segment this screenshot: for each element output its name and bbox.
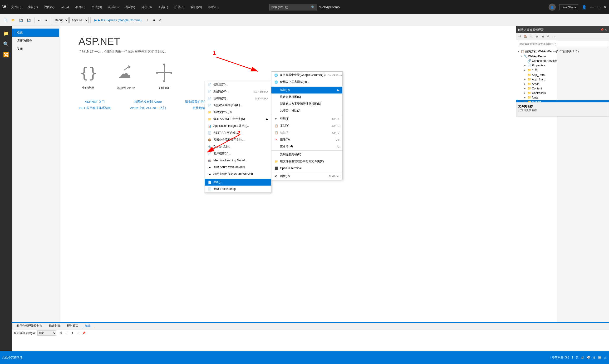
ctx-new-webjob[interactable]: ☁ 新建 Azure WebJob 项目 bbox=[205, 164, 271, 170]
se-content-node[interactable]: ▶ 📁 Content bbox=[516, 86, 609, 91]
se-refs-node[interactable]: ▶ 📁 引用 bbox=[516, 67, 609, 73]
ctx-scaffold[interactable]: 📄 新搭建基架的项目(F)... bbox=[205, 102, 271, 109]
menu-file[interactable]: 文件(F) bbox=[8, 4, 24, 10]
restore-button[interactable]: □ bbox=[597, 5, 600, 10]
platform-select[interactable]: Any CPU bbox=[69, 17, 89, 23]
se-connected-services[interactable]: 🔗 Connected Services bbox=[516, 59, 609, 63]
se-search-input[interactable] bbox=[518, 41, 609, 47]
search-box[interactable]: 搜索 (Ctrl+Q) 🔍 bbox=[269, 4, 317, 11]
activity-git[interactable]: 🔀 bbox=[1, 50, 11, 59]
ctx-rest-api[interactable]: 📄 REST API 客户端... bbox=[205, 130, 271, 136]
se-settings-btn[interactable]: ⚙ bbox=[546, 34, 551, 39]
link-azure-aspnet[interactable]: Azure 上的 ASP.NET 入门 bbox=[130, 106, 166, 110]
ctx-container[interactable]: 📦 容器业务流程程序支持... bbox=[205, 136, 271, 143]
ctx-editorconfig[interactable]: 📄 新建 EditorConfig bbox=[205, 186, 271, 193]
output-source-select[interactable]: 调试 bbox=[37, 330, 56, 336]
menu-debug[interactable]: 调试(D) bbox=[105, 4, 121, 10]
se-appdata-node[interactable]: 📁 App_Data bbox=[516, 73, 609, 77]
se-filter-btn[interactable]: ▽ bbox=[529, 34, 534, 39]
pause-btn[interactable]: ⏸ bbox=[144, 18, 151, 23]
stop-btn[interactable]: ■ bbox=[152, 18, 156, 23]
ctx-view-browser[interactable]: 🌐 在浏览器中查看(Google Chrome)(B) Ctrl+Shift+W bbox=[272, 72, 342, 78]
ctx-add[interactable]: 添加(D) ▶ bbox=[272, 87, 342, 93]
ctx-properties[interactable]: ⚙ 属性(R) Alt+Enter bbox=[272, 173, 342, 180]
ctx-controller[interactable]: 📄 控制器(T)... bbox=[205, 81, 271, 88]
status-source-control[interactable]: ↑ 添加到源代码 bbox=[550, 355, 569, 360]
output-pin-btn[interactable]: 📌 bbox=[81, 330, 86, 336]
output-tab-pkg[interactable]: 程序包管理器控制台 bbox=[14, 323, 45, 329]
ctx-new-folder[interactable]: 📁 新建文件夹(D) bbox=[205, 109, 271, 116]
se-pin-btn[interactable]: 📌 bbox=[600, 28, 604, 31]
se-areas-node[interactable]: ▶ 📁 Areas bbox=[516, 82, 609, 86]
se-fonts-node[interactable]: ▶ 📁 fonts bbox=[516, 95, 609, 100]
se-sync-btn[interactable]: ↺ bbox=[517, 34, 522, 39]
ctx-paste[interactable]: 📋 粘贴(P) Ctrl+V bbox=[272, 129, 342, 136]
save-btn[interactable]: 💾 bbox=[18, 18, 25, 23]
new-file-btn[interactable]: 📄 bbox=[2, 18, 9, 23]
ctx-copy[interactable]: 📋 复制(Y) Ctrl+C bbox=[272, 122, 342, 129]
restart-btn[interactable]: ↺ bbox=[157, 18, 163, 23]
open-btn[interactable]: 📂 bbox=[10, 18, 17, 23]
ctx-scope[interactable]: 限定为此范围(S) bbox=[272, 93, 342, 100]
ctx-app-insights[interactable]: 📊 Application Insights 遥测(I)... bbox=[205, 123, 271, 130]
ctx-browse-with[interactable]: 🌐 使用以下工具浏览(H)... bbox=[272, 78, 342, 85]
run-button[interactable]: ▶ ▶ IIS Express (Google Chrome) bbox=[92, 18, 143, 23]
close-button[interactable]: ✕ bbox=[604, 5, 607, 10]
se-expand-btn[interactable]: ⊞ bbox=[534, 34, 540, 39]
menu-help[interactable]: 帮助(H) bbox=[205, 4, 221, 10]
output-tab-immediate[interactable]: 即时窗口 bbox=[64, 323, 81, 329]
redo-btn[interactable]: ↪ bbox=[43, 18, 49, 23]
ctx-existing-webjob[interactable]: ☁ 将现有项目作为 Azure WebJob bbox=[205, 170, 271, 178]
link-publish-azure[interactable]: 将网站发布到 Azure bbox=[134, 100, 162, 104]
sidebar-item-publish[interactable]: 发布 bbox=[12, 45, 59, 53]
ctx-existing-item[interactable]: 📄 现有项(G)... Shift+Alt+A bbox=[205, 95, 271, 102]
link-architecture[interactable]: .NET 应用程序体系结构 bbox=[78, 106, 111, 110]
ctx-ml-model[interactable]: 🤖 Machine Learning Model... bbox=[205, 157, 271, 164]
activity-explorer[interactable]: 📁 bbox=[1, 28, 11, 38]
menu-build[interactable]: 生成(B) bbox=[89, 4, 105, 10]
output-filter-btn[interactable]: ☰ bbox=[75, 330, 81, 336]
se-close-btn[interactable]: ✕ bbox=[605, 28, 607, 31]
ctx-new-item[interactable]: 📄 新建项(W)... Ctrl+Shift+A bbox=[205, 88, 271, 95]
ctx-open-terminal[interactable]: ⬛ Open in Terminal bbox=[272, 165, 342, 171]
menu-git[interactable]: Git(G) bbox=[58, 4, 72, 10]
ctx-class[interactable]: 📄 类(C)... bbox=[205, 179, 271, 186]
ctx-exclude[interactable]: 从项目中排除(J) bbox=[272, 107, 342, 114]
debug-config-select[interactable]: Debug bbox=[53, 17, 68, 23]
sidebar-item-connected-services[interactable]: 连接的服务 bbox=[12, 37, 59, 45]
menu-test[interactable]: 测试(S) bbox=[122, 4, 138, 10]
ctx-rename[interactable]: 重命名(M) F2 bbox=[272, 143, 342, 150]
menu-window[interactable]: 窗口(W) bbox=[188, 4, 205, 10]
activity-search[interactable]: 🔍 bbox=[1, 39, 11, 49]
menu-extensions[interactable]: 扩展(X) bbox=[171, 4, 187, 10]
undo-btn[interactable]: ↩ bbox=[36, 18, 42, 23]
menu-view[interactable]: 视图(V) bbox=[41, 4, 57, 10]
link-aspnet[interactable]: ASP.NET 入门 bbox=[85, 100, 105, 104]
ctx-cut[interactable]: ✂ 剪切(T) Ctrl+X bbox=[272, 115, 342, 122]
output-wrap-btn[interactable]: ↵ bbox=[64, 330, 69, 336]
se-solution-root[interactable]: ▼ 📋 解决方案 'WebApiDemo'(1 个项目/共 1 个) bbox=[516, 49, 609, 54]
ctx-copy-path[interactable]: 复制完整路径(U) bbox=[272, 151, 342, 158]
se-home-btn[interactable]: 🏠 bbox=[523, 34, 528, 39]
se-appstart-node[interactable]: ▶ 📁 App_Start bbox=[516, 77, 609, 82]
ctx-delete[interactable]: ✕ 删除(D) Del bbox=[272, 136, 342, 143]
menu-project[interactable]: 项目(P) bbox=[72, 4, 88, 10]
minimize-button[interactable]: — bbox=[590, 5, 594, 10]
se-project-node[interactable]: ▼ 🔧 WebApiDemo bbox=[516, 54, 609, 59]
menu-tools[interactable]: 工具(T) bbox=[155, 4, 171, 10]
se-properties-btn[interactable]: ≡ bbox=[551, 34, 557, 39]
ctx-open-in-explorer[interactable]: 📁 在文件资源管理器中打开文件夹(X) bbox=[272, 158, 342, 165]
output-tab-errors[interactable]: 错误列表 bbox=[46, 323, 63, 329]
ctx-docker[interactable]: 🐳 Docker 支持... bbox=[205, 143, 271, 150]
save-all-btn[interactable]: 💾 bbox=[26, 18, 32, 23]
ctx-aspnet-folder[interactable]: 📁 添加 ASP.NET 文件夹(S) ▶ bbox=[205, 116, 271, 123]
se-controllers-node[interactable]: ▶ 📁 Controllers bbox=[516, 91, 609, 95]
profile-icon[interactable]: 👤 bbox=[582, 5, 587, 10]
output-find-btn[interactable]: ⬆ bbox=[70, 330, 75, 336]
ctx-new-se-view[interactable]: 新建解决方案资源管理器视图(N) bbox=[272, 100, 342, 107]
se-collapse-btn[interactable]: ⊟ bbox=[540, 34, 545, 39]
menu-edit[interactable]: 编辑(E) bbox=[25, 4, 41, 10]
ctx-client-lib[interactable]: 📄 客户端库(L)... bbox=[205, 150, 271, 157]
output-clear-btn[interactable]: 🗑 bbox=[58, 330, 64, 336]
live-share-label[interactable]: Live Share bbox=[559, 4, 578, 10]
